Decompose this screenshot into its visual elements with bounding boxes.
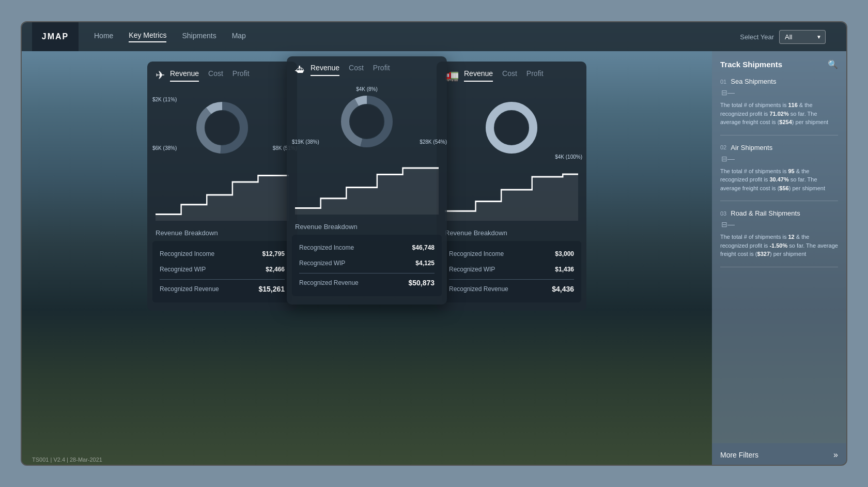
nav-home[interactable]: Home: [94, 32, 113, 42]
road-total-value: $4,436: [552, 285, 574, 293]
air-icon: ✈: [156, 69, 165, 82]
shipment-air: 02 Air Shipments ⊟― The total # of shipm…: [720, 144, 838, 202]
air-shipment-icon: ⊟―: [721, 155, 838, 163]
road-breakdown-table: Recognized Income $3,000 Recognized WIP …: [442, 241, 581, 302]
sea-label-3: $28K (54%): [420, 139, 447, 145]
sea-wip-label: Recognized WIP: [299, 260, 345, 267]
more-filters-arrow-icon: »: [833, 450, 838, 460]
air-label-2: $6K (38%): [152, 145, 177, 151]
road-step-svg: [445, 169, 578, 221]
air-shipment-desc: The total # of shipments is 95 & the rec…: [720, 167, 838, 193]
sea-shipment-icon: ⊟―: [721, 88, 838, 97]
sea-step-chart: [295, 163, 439, 215]
sea-income-value: $46,748: [412, 244, 435, 251]
footer: TS001 | V2.4 | 28-Mar-2021: [32, 456, 102, 463]
sea-tab-revenue[interactable]: Revenue: [311, 64, 339, 76]
navbar: JMAP Home Key Metrics Shipments Map Sele…: [22, 22, 846, 51]
sea-total-label: Recognized Revenue: [299, 279, 359, 286]
sea-shipment-name: Sea Shipments: [731, 78, 776, 85]
sea-income-label: Recognized Income: [299, 244, 354, 251]
road-wip-value: $1,436: [555, 266, 574, 273]
air-tab-profit[interactable]: Profit: [233, 69, 250, 82]
sea-wip-value: $4,125: [415, 260, 435, 267]
road-row-total: Recognized Revenue $4,436: [449, 279, 574, 297]
footer-text: TS001 | V2.4 | 28-Mar-2021: [32, 456, 102, 463]
sea-row-income: Recognized Income $46,748: [299, 240, 435, 255]
road-breakdown-title: Revenue Breakdown: [437, 225, 586, 241]
air-step-chart: [156, 169, 289, 221]
main-content: ✈ Revenue Cost Profit $2K (11%) $6K (38%…: [22, 51, 846, 466]
road-shipment-num: 03: [720, 210, 726, 217]
year-dropdown-wrapper: All 2021 2020 2019 ▼: [779, 30, 826, 44]
app-frame: JMAP Home Key Metrics Shipments Map Sele…: [21, 21, 847, 466]
air-label-1: $2K (11%): [152, 97, 177, 102]
shipment-road: 03 Road & Rail Shipments ⊟― The total # …: [720, 209, 838, 267]
air-tab-cost[interactable]: Cost: [208, 69, 223, 82]
air-row-total: Recognized Revenue $15,261: [160, 279, 285, 297]
year-selector: Select Year All 2021 2020 2019 ▼: [740, 30, 826, 44]
road-donut-area: $4K (100%): [437, 86, 586, 169]
shipment-sea: 01 Sea Shipments ⊟― The total # of shipm…: [720, 78, 838, 135]
sea-icon: ⛴: [295, 64, 305, 76]
more-filters-label: More Filters: [720, 451, 758, 459]
air-tab-revenue[interactable]: Revenue: [170, 69, 199, 82]
sea-donut-inner: [350, 105, 383, 138]
air-card-tabs: Revenue Cost Profit: [170, 69, 289, 82]
air-breakdown-table: Recognized Income $12,795 Recognized WIP…: [152, 241, 292, 302]
panel-title: Track Shipments: [720, 60, 782, 69]
sea-card-header: ⛴ Revenue Cost Profit: [287, 56, 447, 76]
air-shipment-num: 02: [720, 144, 726, 150]
nav-key-metrics[interactable]: Key Metrics: [129, 31, 166, 42]
road-tab-profit[interactable]: Profit: [526, 69, 544, 82]
air-total-label: Recognized Revenue: [160, 285, 219, 293]
road-shipment-name: Road & Rail Shipments: [731, 209, 800, 217]
air-donut-chart: [191, 97, 253, 159]
road-income-label: Recognized Income: [449, 250, 504, 257]
road-step-chart: [445, 169, 578, 221]
road-wip-label: Recognized WIP: [449, 266, 495, 273]
air-card: ✈ Revenue Cost Profit $2K (11%) $6K (38%…: [147, 62, 297, 311]
sea-total-value: $50,873: [408, 279, 435, 287]
sea-card: ⛴ Revenue Cost Profit $4K (8%) $19K (38%…: [287, 56, 447, 305]
road-label-1: $4K (100%): [555, 154, 582, 160]
air-total-value: $15,261: [258, 285, 285, 293]
sea-tab-cost[interactable]: Cost: [349, 64, 364, 76]
nav-map[interactable]: Map: [232, 32, 246, 42]
logo-box: JMAP: [32, 22, 79, 51]
nav-links: Home Key Metrics Shipments Map: [94, 31, 740, 42]
year-select[interactable]: All 2021 2020 2019: [779, 30, 826, 44]
panel-header: Track Shipments 🔍: [720, 59, 838, 69]
right-panel: Track Shipments 🔍 01 Sea Shipments ⊟― Th…: [712, 51, 846, 466]
road-shipment-icon: ⊟―: [721, 220, 838, 229]
road-tab-cost[interactable]: Cost: [502, 69, 517, 82]
air-row-income: Recognized Income $12,795: [160, 246, 285, 262]
road-donut-chart: [481, 97, 542, 159]
search-icon[interactable]: 🔍: [828, 59, 838, 69]
logo: JMAP: [42, 32, 69, 41]
nav-shipments[interactable]: Shipments: [182, 32, 216, 42]
sea-shipment-num: 01: [720, 79, 726, 85]
year-label: Select Year: [740, 33, 774, 41]
air-donut-area: $2K (11%) $6K (38%) $8K (51%): [147, 86, 297, 169]
road-card-tabs: Revenue Cost Profit: [464, 69, 578, 82]
air-income-value: $12,795: [262, 250, 285, 257]
more-filters-button[interactable]: More Filters »: [712, 443, 846, 466]
sea-label-2: $19K (38%): [292, 139, 319, 145]
road-tab-revenue[interactable]: Revenue: [464, 69, 493, 82]
road-row-wip: Recognized WIP $1,436: [449, 262, 574, 277]
air-card-header: ✈ Revenue Cost Profit: [147, 62, 297, 82]
road-icon: 🚛: [445, 69, 459, 82]
road-donut-inner: [495, 111, 528, 144]
road-row-income: Recognized Income $3,000: [449, 246, 574, 262]
air-wip-value: $2,466: [266, 266, 285, 273]
sea-tab-profit[interactable]: Profit: [373, 64, 390, 76]
air-row-wip: Recognized WIP $2,466: [160, 262, 285, 277]
road-card-header: 🚛 Revenue Cost Profit: [437, 62, 586, 82]
sea-row-total: Recognized Revenue $50,873: [299, 273, 435, 291]
sea-shipment-num-row: 01 Sea Shipments: [720, 78, 838, 85]
road-income-value: $3,000: [555, 250, 574, 257]
road-total-label: Recognized Revenue: [449, 285, 508, 293]
cards-area: ✈ Revenue Cost Profit $2K (11%) $6K (38%…: [22, 51, 712, 466]
sea-breakdown-title: Revenue Breakdown: [287, 219, 447, 235]
sea-donut-chart: [336, 90, 398, 153]
